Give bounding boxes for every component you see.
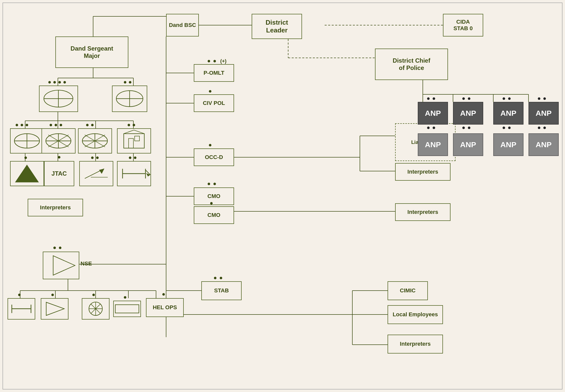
p-omlt-box: P-OMLT [194,64,234,82]
mil-symbol-4 [42,128,76,153]
org-chart: Dand BSC DistrictLeader CIDASTAB 0 Dand … [0,0,565,392]
anp-box-3: ANP [493,102,523,125]
anp-box-7: ANP [493,133,523,156]
anp-box-1: ANP [418,102,448,125]
nse-sub-4 [113,301,141,317]
anp-box-8: ANP [529,133,559,156]
district-chief-police-box: District Chiefof Police [375,49,448,80]
stab-box: STAB [201,281,242,300]
mil-symbol-hbar [117,161,151,186]
interpreters-cimic-box: Interpreters [388,335,443,354]
mil-symbol-arrow [79,161,113,186]
mil-symbol-6 [117,128,151,153]
mil-symbol-1 [39,86,78,112]
cida-stab0-box: CIDASTAB 0 [443,14,483,36]
jtac-box: JTAC [44,161,74,186]
hel-ops-box: HEL OPS [146,298,184,317]
anp-box-4: ANP [529,102,559,125]
nse-sub-2 [41,298,68,320]
mil-symbol-3 [10,128,44,153]
cimic-box: CIMIC [388,281,428,300]
nse-sub-1 [8,298,35,320]
occ-d-box: OCC-D [194,148,234,166]
mil-symbol-2 [112,86,147,112]
mil-symbol-5 [78,128,112,153]
svg-rect-84 [80,162,113,186]
district-leader-box: DistrictLeader [252,14,302,39]
dand-sergeant-major-box: Dand SergeantMajor [55,36,128,68]
interpreters-left-box: Interpreters [28,199,83,216]
cmo-bottom-box: CMO [194,206,234,224]
svg-rect-76 [118,129,150,153]
dand-bsc-box: Dand BSC [166,14,199,36]
local-employees-box: Local Employees [388,305,443,324]
nse-sub-3 [82,298,109,320]
svg-rect-94 [44,252,79,279]
svg-rect-108 [115,305,139,313]
anp-box-2: ANP [453,102,483,125]
interpreters-cmo-box: Interpreters [395,203,450,221]
mil-symbol-triangle [10,161,44,186]
anp-box-6: ANP [453,133,483,156]
anp-box-5: ANP [418,133,448,156]
cmo-top-box: CMO [194,187,234,205]
civ-pol-box: CIV POL [194,94,234,112]
nse-symbol [43,252,79,279]
interpreters-ansf-box: Interpreters [395,163,450,181]
